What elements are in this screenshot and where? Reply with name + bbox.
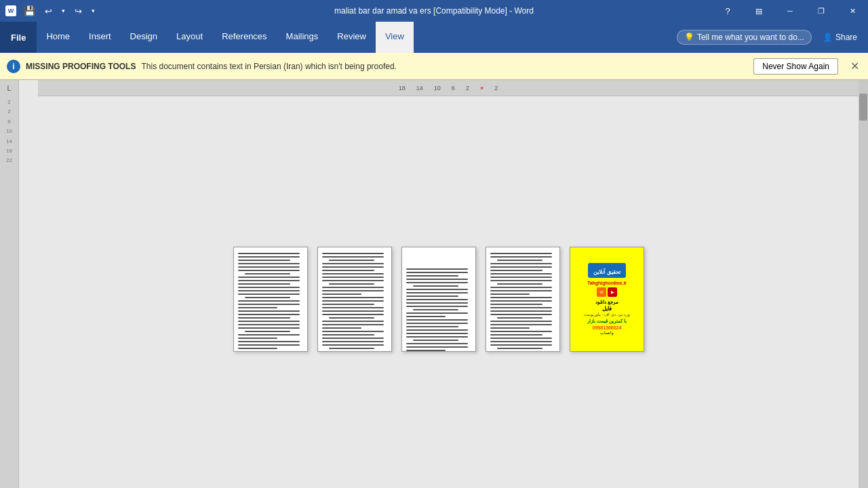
tab-file[interactable]: File: [0, 22, 37, 53]
page-line: [490, 266, 552, 268]
ruler-num-14: 14: [416, 85, 423, 92]
ribbon-right: 💡 Tell me what you want to do... 👤 Share: [677, 22, 868, 53]
page-line: [490, 344, 552, 346]
vertical-scrollbar[interactable]: [859, 80, 868, 488]
page-line: [238, 270, 300, 271]
page-line: [406, 292, 468, 293]
page-line: [490, 256, 552, 258]
page-line: [490, 287, 552, 288]
tab-design[interactable]: Design: [121, 22, 167, 53]
page-line: [406, 343, 468, 344]
page-line: [406, 316, 446, 317]
ad-download-label: مرجع دانلود: [595, 299, 618, 306]
notification-close-button[interactable]: ✕: [848, 60, 861, 73]
page-line: [238, 256, 300, 258]
qat-save-button[interactable]: 💾: [20, 0, 38, 22]
tab-mailings[interactable]: Mailings: [277, 22, 328, 53]
tab-review[interactable]: Review: [328, 22, 376, 53]
page-line: [238, 277, 300, 278]
qat-undo-button[interactable]: ↩: [39, 0, 57, 22]
scroll-thumb[interactable]: [859, 94, 867, 121]
share-button[interactable]: 👤 Share: [817, 33, 863, 42]
page-line: [406, 279, 468, 280]
notification-bar: i MISSING PROOFING TOOLS This document c…: [0, 53, 868, 80]
page-line: [238, 338, 277, 339]
close-button[interactable]: ✕: [837, 0, 868, 22]
ad-icon-2: ▶: [608, 287, 617, 297]
tab-view[interactable]: View: [376, 22, 414, 53]
page-line: [490, 334, 542, 336]
help-button[interactable]: ?: [712, 0, 743, 22]
ruler-numbers: 18 14 10 6 2 × 2: [399, 85, 498, 92]
main-area: L 2 2 6 10 14 18 22 18 14 10 6 2 × 2: [0, 80, 868, 488]
page-thumbnail-4[interactable]: [486, 247, 560, 352]
qat-customize-button[interactable]: ▾: [88, 0, 98, 22]
ribbon-toggle-button[interactable]: ▤: [743, 0, 774, 22]
minimize-button[interactable]: ─: [774, 0, 806, 22]
page-line: [322, 256, 384, 258]
page-line: [497, 283, 542, 285]
page-thumbnail-2[interactable]: [317, 247, 392, 352]
page-line: [406, 346, 468, 348]
page-line: [490, 338, 552, 339]
tab-home[interactable]: Home: [37, 22, 79, 53]
page-line: [322, 321, 384, 322]
document-area: 18 14 10 6 2 × 2: [19, 80, 859, 488]
page-line: [238, 304, 300, 305]
ruler-mark-18: 18: [6, 146, 12, 156]
page-line: [245, 331, 290, 332]
ruler-mark-14: 14: [6, 137, 12, 146]
notification-title: MISSING PROOFING TOOLS: [26, 62, 136, 71]
page-line: [329, 317, 374, 319]
page-line: [490, 314, 552, 315]
page-thumbnail-3[interactable]: [401, 247, 476, 352]
lightbulb-icon: 💡: [684, 33, 694, 42]
ad-formats-label: ورد-پی دی اف - پاورپوینت: [584, 312, 630, 317]
tab-references[interactable]: References: [212, 22, 276, 53]
restore-button[interactable]: ❐: [806, 0, 837, 22]
page-line: [238, 341, 300, 342]
page-line: [322, 266, 384, 268]
ruler-num-2b: 2: [494, 85, 498, 92]
page-line: [406, 268, 468, 270]
page-line: [238, 314, 300, 315]
ruler-num-2: 2: [466, 85, 469, 92]
page-line: [322, 280, 384, 281]
page-line: [406, 333, 468, 334]
ad-site-label: تحقیق آنلاین: [593, 269, 620, 275]
page-line: [490, 270, 542, 271]
page-line: [322, 253, 384, 254]
ruler-mark-2b: 2: [7, 107, 10, 117]
page-line: [322, 334, 374, 336]
page-line: [238, 260, 290, 261]
share-label: Share: [835, 33, 857, 42]
pages-container: تحقیق آنلاین Tahghighonline.ir W ▶ مرجع …: [233, 247, 644, 352]
page-line: [490, 351, 552, 352]
tab-insert[interactable]: Insert: [79, 22, 121, 53]
page-line: [490, 310, 552, 312]
qat-undo-dropdown[interactable]: ▾: [58, 0, 68, 22]
ruler-x: ×: [480, 85, 484, 92]
page-line: [490, 321, 552, 322]
info-icon: i: [7, 60, 20, 73]
ad-whatsapp-label: واتساپ: [600, 330, 614, 335]
page-line: [322, 314, 384, 315]
qat-redo-button[interactable]: ↪: [69, 0, 87, 22]
tell-me-box[interactable]: 💡 Tell me what you want to do...: [677, 30, 812, 45]
page-line: [322, 310, 384, 312]
page-line: [245, 297, 290, 298]
page-line: [238, 266, 300, 268]
page-thumbnail-5[interactable]: تحقیق آنلاین Tahghighonline.ir W ▶ مرجع …: [570, 247, 644, 352]
page-line: [406, 296, 458, 297]
page-thumbnail-1[interactable]: [233, 247, 308, 352]
ruler-mark-10: 10: [6, 127, 12, 136]
page-line: [406, 282, 468, 283]
tab-layout[interactable]: Layout: [167, 22, 212, 53]
ad-content: تحقیق آنلاین Tahghighonline.ir W ▶ مرجع …: [570, 247, 644, 351]
ruler-mark-6: 6: [7, 117, 10, 127]
page-line: [490, 324, 552, 325]
page-line: [490, 277, 552, 278]
page-line: [490, 341, 552, 342]
never-show-button[interactable]: Never Show Again: [753, 58, 838, 75]
ruler-mark-2a: 2: [7, 98, 10, 107]
